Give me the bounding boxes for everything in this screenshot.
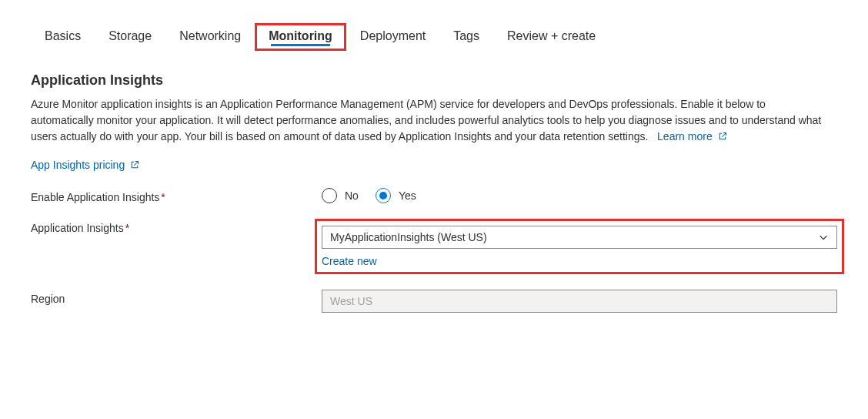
highlight-box-insights: MyApplicationInsights (West US) Create n…	[315, 219, 844, 274]
radio-circle-no	[322, 188, 337, 203]
tab-deployment[interactable]: Deployment	[346, 23, 439, 51]
row-enable-application-insights: Enable Application Insights* No Yes	[31, 188, 837, 203]
learn-more-link[interactable]: Learn more	[657, 130, 726, 142]
radio-option-yes[interactable]: Yes	[376, 188, 416, 203]
row-application-insights-resource: Application Insights* MyApplicationInsig…	[31, 219, 837, 274]
external-link-icon	[130, 160, 139, 169]
chevron-down-icon	[818, 232, 829, 243]
tab-networking[interactable]: Networking	[165, 23, 255, 51]
create-new-link[interactable]: Create new	[322, 255, 377, 267]
learn-more-label: Learn more	[657, 130, 713, 142]
insights-label: Application Insights*	[31, 219, 322, 234]
region-label: Region	[31, 290, 322, 305]
insights-select-value: MyApplicationInsights (West US)	[330, 231, 487, 243]
required-indicator: *	[161, 191, 165, 203]
radio-option-no[interactable]: No	[322, 188, 359, 203]
radio-label-yes: Yes	[399, 189, 416, 202]
tab-storage[interactable]: Storage	[95, 23, 165, 51]
pricing-link-label: App Insights pricing	[31, 159, 125, 171]
insights-label-text: Application Insights	[31, 222, 124, 234]
tab-monitoring[interactable]: Monitoring	[255, 23, 346, 51]
tab-basics[interactable]: Basics	[31, 23, 95, 51]
section-heading-application-insights: Application Insights	[31, 72, 837, 89]
application-insights-select[interactable]: MyApplicationInsights (West US)	[322, 226, 837, 249]
app-insights-pricing-link[interactable]: App Insights pricing	[31, 159, 139, 171]
external-link-icon	[718, 132, 727, 141]
enable-radio-group: No Yes	[322, 188, 837, 203]
region-field: West US	[322, 290, 837, 313]
radio-label-no: No	[345, 189, 359, 202]
section-description: Azure Monitor application insights is an…	[31, 96, 823, 145]
required-indicator: *	[125, 222, 129, 234]
tab-tags[interactable]: Tags	[439, 23, 493, 51]
tab-bar: Basics Storage Networking Monitoring Dep…	[31, 23, 837, 51]
region-value: West US	[330, 295, 372, 307]
enable-label-text: Enable Application Insights	[31, 191, 159, 203]
row-region: Region West US	[31, 290, 837, 313]
tab-review-create[interactable]: Review + create	[493, 23, 609, 51]
radio-circle-yes	[376, 188, 391, 203]
enable-label: Enable Application Insights*	[31, 188, 322, 203]
